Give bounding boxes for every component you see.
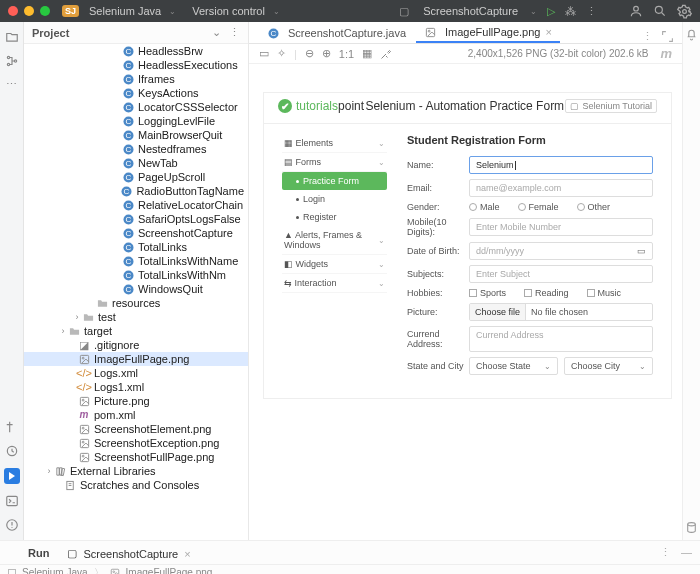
tree-node[interactable]: CIframes (24, 72, 248, 86)
color-picker-icon[interactable] (380, 48, 392, 60)
run-panel-bar: Run ▢ ScreenshotCapture × ⋮ — (0, 540, 700, 564)
structure-tool-icon[interactable] (5, 54, 19, 68)
acc-forms: ▤ Forms⌄ (282, 153, 387, 172)
tool-icon-b[interactable] (5, 444, 19, 458)
tree-node[interactable]: ›target (24, 324, 248, 338)
tree-node[interactable]: CNestedframes (24, 142, 248, 156)
tab-more-icon[interactable]: ⋮ (642, 30, 653, 43)
tree-node[interactable]: CLoggingLevlFile (24, 114, 248, 128)
panel-more-icon[interactable]: ⋮ (229, 26, 240, 39)
tree-node[interactable]: CKeysActions (24, 86, 248, 100)
tree-node[interactable]: ›test (24, 310, 248, 324)
tree-node[interactable]: ScreenshotException.png (24, 436, 248, 450)
project-name[interactable]: Selenium Java (89, 5, 161, 17)
svg-text:C: C (125, 75, 131, 84)
db-icon[interactable] (685, 521, 698, 534)
run-config-chevron-icon[interactable]: ⌄ (530, 7, 537, 16)
close-tab-icon[interactable]: × (545, 26, 551, 38)
tool-icon-a[interactable] (5, 420, 19, 434)
tree-node[interactable]: mpom.xml (24, 408, 248, 422)
breadcrumb-root-icon[interactable] (8, 569, 16, 575)
tree-node[interactable]: CTotalLinks (24, 240, 248, 254)
vcs-menu[interactable]: Version control (192, 5, 265, 17)
notifications-icon[interactable] (685, 28, 698, 41)
tree-node[interactable]: ScreenshotElement.png (24, 422, 248, 436)
problems-tool-icon[interactable] (5, 518, 19, 532)
close-window[interactable] (8, 6, 18, 16)
tree-node[interactable]: Picture.png (24, 394, 248, 408)
tree-node[interactable]: CHeadlessBrw (24, 44, 248, 58)
tree-node[interactable]: CHeadlessExecutions (24, 58, 248, 72)
calendar-icon: ▭ (637, 246, 646, 256)
breadcrumb: Selenium Java 〉 ImageFullPage.png (0, 564, 700, 574)
run-config-name[interactable]: ScreenshotCapture (423, 5, 518, 17)
run-button[interactable]: ▷ (547, 5, 555, 18)
tree-node[interactable]: ◪.gitignore (24, 338, 248, 352)
panel-chevron-icon[interactable]: ⌄ (212, 26, 221, 39)
select-tool-icon[interactable]: ▭ (259, 47, 269, 60)
input-address: Currend Address (469, 326, 653, 352)
tab-imagefullpage[interactable]: ImageFullPage.png × (416, 23, 560, 43)
tab-expand-icon[interactable] (661, 30, 674, 43)
zoom-in-icon[interactable]: ⊕ (322, 47, 331, 60)
tree-node[interactable]: </>Logs.xml (24, 366, 248, 380)
grid-icon[interactable]: ▦ (362, 47, 372, 60)
project-tree[interactable]: CHeadlessBrwCHeadlessExecutionsCIframesC… (24, 44, 248, 540)
zoom-level[interactable]: 1:1 (339, 48, 354, 60)
tree-node[interactable]: CRelativeLocatorChain (24, 198, 248, 212)
tree-node[interactable]: </>Logs1.xml (24, 380, 248, 394)
crop-tool-icon[interactable]: ✧ (277, 47, 286, 60)
hobbies-options: SportsReadingMusic (469, 288, 653, 298)
tree-node[interactable]: CTotalLinksWithNm (24, 268, 248, 282)
svg-point-53 (82, 441, 84, 443)
debug-button[interactable]: ⁂ (565, 5, 576, 18)
input-picture: Choose fileNo file chosen (469, 303, 653, 321)
svg-text:C: C (125, 257, 131, 266)
breadcrumb-file[interactable]: ImageFullPage.png (126, 567, 213, 574)
run-tool-icon[interactable] (4, 468, 20, 484)
vcs-chevron-icon[interactable]: ⌄ (273, 7, 280, 16)
project-chevron-icon[interactable]: ⌄ (169, 7, 176, 16)
image-viewer[interactable]: ✔ tutorialspoint Selenium - Automation P… (249, 64, 682, 540)
tree-node[interactable]: resources (24, 296, 248, 310)
tree-node[interactable]: Scratches and Consoles (24, 478, 248, 492)
zoom-out-icon[interactable]: ⊖ (305, 47, 314, 60)
tree-node[interactable]: CRadioButtonTagName (24, 184, 248, 198)
run-minimize-icon[interactable]: — (681, 546, 692, 559)
minimize-window[interactable] (24, 6, 34, 16)
tree-node[interactable]: CScreenshotCapture (24, 226, 248, 240)
breadcrumb-file-icon (110, 568, 120, 575)
tree-node[interactable]: CWindowsQuit (24, 282, 248, 296)
tree-node[interactable]: CPageUpScroll (24, 170, 248, 184)
user-icon[interactable] (629, 4, 643, 18)
project-tool-icon[interactable] (5, 30, 19, 44)
more-tool-icon[interactable]: ⋯ (6, 78, 17, 91)
run-label[interactable]: Run (28, 547, 49, 559)
search-icon[interactable] (653, 4, 667, 18)
tree-node[interactable]: ImageFullPage.png (24, 352, 248, 366)
tree-node[interactable]: CLocatorCSSSelector (24, 100, 248, 114)
label-hobbies: Hobbies: (407, 288, 469, 298)
svg-line-2 (662, 13, 665, 16)
zoom-window[interactable] (40, 6, 50, 16)
tree-node[interactable]: CMainBrowserQuit (24, 128, 248, 142)
radio-option: Other (577, 202, 611, 212)
run-more-icon[interactable]: ⋮ (660, 546, 671, 559)
run-config-icon[interactable]: ▢ (399, 5, 409, 18)
svg-rect-59 (426, 28, 434, 36)
tab-screenshotcapture[interactable]: C ScreenshotCapture.java (259, 23, 414, 43)
close-run-tab-icon[interactable]: × (184, 548, 190, 560)
project-badge: SJ (62, 5, 79, 17)
svg-text:C: C (125, 229, 131, 238)
settings-icon[interactable] (677, 4, 692, 19)
tree-node[interactable]: CTotalLinksWithName (24, 254, 248, 268)
terminal-tool-icon[interactable] (5, 494, 19, 508)
tree-node[interactable]: CNewTab (24, 156, 248, 170)
tree-node[interactable]: ScreenshotFullPage.png (24, 450, 248, 464)
tree-node[interactable]: CSafariOptsLogsFalse (24, 212, 248, 226)
breadcrumb-project[interactable]: Selenium Java (22, 567, 88, 574)
stop-button[interactable]: ⋮ (586, 5, 597, 18)
image-file-icon (78, 395, 90, 407)
tree-node[interactable]: ›External Libraries (24, 464, 248, 478)
run-tab[interactable]: ▢ ScreenshotCapture × (59, 542, 198, 563)
